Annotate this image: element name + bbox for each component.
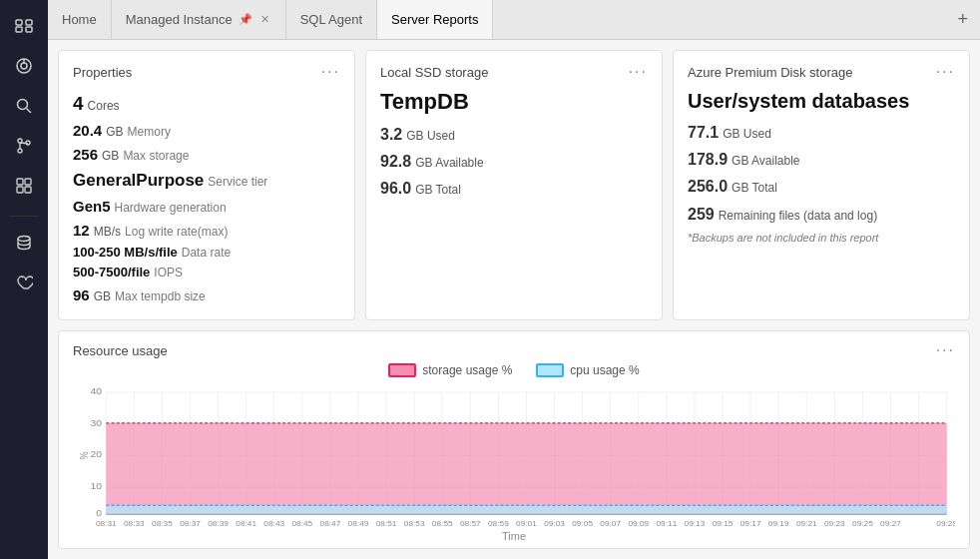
tab-home-label: Home — [62, 12, 97, 27]
cards-row: Properties ··· 4 Cores 20.4 GB Memory 25… — [58, 50, 970, 320]
svg-text:09:15: 09:15 — [713, 520, 734, 528]
tab-add-button[interactable]: + — [945, 0, 980, 39]
svg-text:08:31: 08:31 — [96, 520, 117, 528]
sidebar-icon-database[interactable] — [6, 225, 42, 261]
properties-card-title: Properties — [73, 65, 132, 80]
svg-text:0: 0 — [96, 508, 102, 518]
svg-text:09:23: 09:23 — [824, 520, 845, 528]
storage-value: 256 — [73, 143, 98, 167]
content-area: Properties ··· 4 Cores 20.4 GB Memory 25… — [48, 40, 980, 559]
tab-server-reports-label: Server Reports — [391, 12, 478, 27]
logwrite-label: Log write rate(max) — [125, 223, 228, 242]
tempdb-value: 96 — [73, 283, 90, 307]
svg-text:09:29: 09:29 — [936, 520, 955, 528]
tempdb-unit: GB — [94, 287, 111, 306]
azure-available: 178.9 GB Available — [688, 146, 955, 173]
memory-value: 20.4 — [73, 119, 102, 143]
svg-text:08:33: 08:33 — [124, 520, 145, 528]
azure-card: Azure Premium Disk storage ··· User/syst… — [673, 50, 970, 320]
svg-point-10 — [18, 149, 22, 153]
legend-storage: storage usage % — [388, 363, 512, 377]
tab-sql-agent[interactable]: SQL Agent — [286, 0, 377, 39]
prop-row-storage: 256 GB Max storage — [73, 143, 340, 167]
sidebar-icon-connections[interactable] — [6, 8, 42, 44]
sidebar-icon-extensions[interactable] — [6, 168, 42, 204]
svg-text:08:41: 08:41 — [236, 520, 256, 528]
gen-value: Gen5 — [73, 195, 111, 219]
ssd-used: 3.2 GB Used — [380, 121, 648, 148]
properties-card-menu[interactable]: ··· — [321, 63, 340, 81]
memory-unit: GB — [106, 123, 123, 142]
tab-managed-instance[interactable]: Managed Instance 📌 ✕ — [112, 0, 286, 39]
chart-svg: 40 30 20 10 0 % — [73, 383, 955, 528]
chart-menu[interactable]: ··· — [936, 341, 955, 359]
ssd-available: 92.8 GB Available — [380, 148, 648, 175]
svg-rect-1 — [26, 20, 32, 25]
sidebar-icon-health[interactable] — [6, 265, 42, 300]
svg-text:08:51: 08:51 — [376, 520, 397, 528]
svg-text:09:01: 09:01 — [516, 520, 537, 528]
properties-card-header: Properties ··· — [73, 63, 340, 81]
azure-card-menu[interactable]: ··· — [936, 63, 955, 81]
sidebar-icon-search[interactable] — [6, 88, 42, 124]
svg-text:20: 20 — [91, 449, 103, 459]
prop-row-cores: 4 Cores — [73, 89, 340, 119]
prop-row-datarate: 100-250 MB/s/file Data rate — [73, 243, 340, 264]
sidebar-icon-git[interactable] — [6, 128, 42, 164]
tab-server-reports[interactable]: Server Reports — [377, 0, 493, 39]
svg-text:08:39: 08:39 — [208, 520, 229, 528]
ssd-card-title: Local SSD storage — [380, 65, 488, 80]
svg-text:09:03: 09:03 — [544, 520, 565, 528]
prop-row-logwrite: 12 MB/s Log write rate(max) — [73, 219, 340, 243]
gen-label: Hardware generation — [115, 199, 227, 218]
chart-area: 40 30 20 10 0 % — [73, 383, 955, 528]
prop-row-gen: Gen5 Hardware generation — [73, 195, 340, 219]
main-area: Home Managed Instance 📌 ✕ SQL Agent Serv… — [48, 0, 980, 559]
ssd-card: Local SSD storage ··· TempDB 3.2 GB Used… — [365, 50, 663, 320]
legend-cpu: cpu usage % — [536, 363, 639, 377]
ssd-db-name: TempDB — [380, 89, 648, 115]
svg-text:09:27: 09:27 — [880, 520, 901, 528]
svg-rect-60 — [106, 505, 946, 514]
svg-rect-3 — [26, 27, 32, 32]
azure-used: 77.1 GB Used — [688, 119, 955, 146]
datarate-value: 100-250 MB/s/file — [73, 243, 178, 264]
sidebar-icon-dashboard[interactable] — [6, 48, 42, 84]
prop-row-iops: 500-7500/file IOPS — [73, 263, 340, 283]
svg-point-7 — [18, 100, 28, 110]
storage-label: Max storage — [123, 147, 189, 166]
ssd-card-header: Local SSD storage ··· — [380, 63, 648, 81]
iops-value: 500-7500/file — [73, 263, 150, 283]
azure-remaining-value: 259 — [688, 201, 715, 228]
svg-rect-59 — [106, 423, 946, 514]
tempdb-label: Max tempdb size — [115, 287, 206, 306]
storage-unit: GB — [102, 147, 119, 166]
ssd-available-value: 92.8 — [380, 148, 411, 175]
svg-rect-12 — [17, 179, 23, 185]
svg-text:09:17: 09:17 — [740, 520, 761, 528]
tab-managed-instance-close[interactable]: ✕ — [258, 11, 271, 28]
svg-text:08:57: 08:57 — [460, 520, 481, 528]
logwrite-unit: MB/s — [94, 223, 121, 242]
svg-text:09:25: 09:25 — [852, 520, 873, 528]
sidebar — [0, 0, 48, 559]
svg-text:08:37: 08:37 — [180, 520, 201, 528]
svg-text:08:55: 08:55 — [432, 520, 453, 528]
datarate-label: Data rate — [182, 244, 231, 263]
legend-cpu-box — [536, 363, 564, 377]
ssd-card-menu[interactable]: ··· — [629, 63, 648, 81]
legend-storage-label: storage usage % — [422, 363, 512, 377]
cores-label: Cores — [88, 97, 120, 116]
svg-text:09:05: 09:05 — [572, 520, 593, 528]
svg-line-8 — [27, 109, 32, 114]
ssd-total: 96.0 GB Total — [380, 175, 648, 202]
svg-text:%: % — [78, 451, 90, 459]
azure-note: *Backups are not included in this report — [688, 232, 955, 244]
tab-managed-instance-label: Managed Instance — [126, 12, 233, 27]
logwrite-value: 12 — [73, 219, 90, 243]
svg-text:09:07: 09:07 — [600, 520, 621, 528]
tab-bar: Home Managed Instance 📌 ✕ SQL Agent Serv… — [48, 0, 980, 40]
tab-home[interactable]: Home — [48, 0, 112, 39]
tier-label: Service tier — [208, 173, 267, 192]
iops-label: IOPS — [154, 264, 183, 282]
